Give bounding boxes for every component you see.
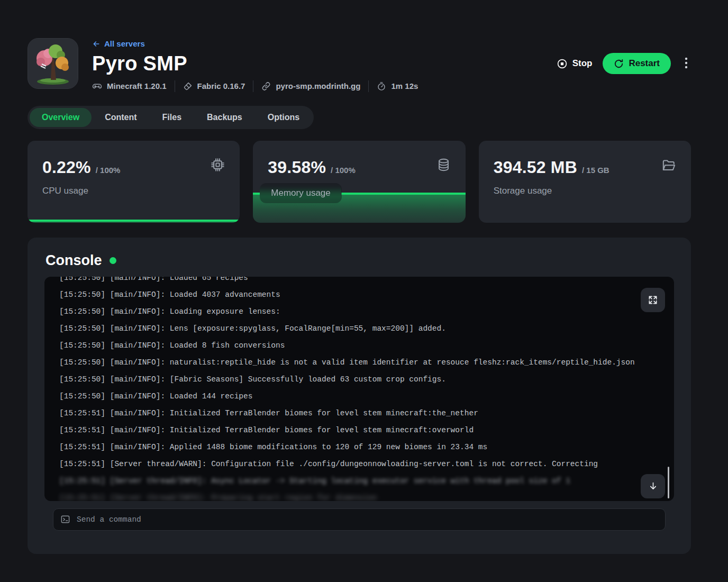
server-running-status-dot xyxy=(110,257,116,264)
arrow-left-icon xyxy=(92,40,101,48)
memory-usage-label: Memory usage xyxy=(260,183,341,203)
cpu-usage-max: / 100% xyxy=(96,166,121,175)
scroll-to-bottom-button[interactable] xyxy=(641,474,665,498)
expand-icon xyxy=(648,295,658,305)
storage-usage-label: Storage usage xyxy=(494,186,676,196)
server-actions: Stop Restart xyxy=(557,53,691,74)
meta-loader-label: Fabric 0.16.7 xyxy=(197,81,245,90)
log-line-incoming: [15:25:51] [Server thread/INFO]: Async L… xyxy=(59,472,674,489)
console-log-viewport[interactable]: [15:25:50] [main/INFO]: Loaded 65 recipe… xyxy=(44,277,674,501)
kebab-menu-icon xyxy=(685,57,688,69)
storage-usage-max: / 15 GB xyxy=(582,166,609,175)
log-line: [15:25:50] [main/INFO]: Loaded 144 recip… xyxy=(59,388,674,405)
log-line: [15:25:50] [main/INFO]: Lens [exposure:s… xyxy=(59,320,674,337)
log-line: [15:25:51] [Server thread/WARN]: Configu… xyxy=(59,456,674,472)
folder-open-icon xyxy=(661,158,676,175)
stop-icon xyxy=(557,58,568,69)
loader-icon xyxy=(183,81,193,91)
terminal-icon xyxy=(60,514,70,524)
meta-game-version: Minecraft 1.20.1 xyxy=(92,81,167,91)
log-line: [15:25:50] [main/INFO]: naturalist:repti… xyxy=(59,354,674,371)
log-line: [15:25:51] [main/INFO]: Applied 1488 bio… xyxy=(59,439,674,456)
meta-loader: Fabric 0.16.7 xyxy=(183,81,245,91)
seasonal-tree-image xyxy=(28,39,78,88)
restart-button[interactable]: Restart xyxy=(603,53,671,74)
stat-cards: 0.22% / 100% CPU usage 39.58% / 100% Mem… xyxy=(28,141,691,223)
tab-files[interactable]: Files xyxy=(150,108,194,127)
link-icon xyxy=(261,81,271,91)
stop-button-label: Stop xyxy=(572,58,593,69)
tab-bar: Overview Content Files Backups Options xyxy=(28,106,314,129)
database-icon xyxy=(436,158,451,174)
page: All servers Pyro SMP Minecraft 1.20.1 Fa… xyxy=(28,38,691,554)
meta-separator xyxy=(253,80,253,92)
tab-overview[interactable]: Overview xyxy=(30,108,92,127)
storage-usage-value: 394.52 MB xyxy=(494,158,577,177)
log-line: [15:25:50] [main/INFO]: Loaded 4037 adva… xyxy=(59,286,674,303)
cpu-usage-graph-fill xyxy=(28,220,240,223)
all-servers-link[interactable]: All servers xyxy=(92,39,145,48)
server-meta-row: Minecraft 1.20.1 Fabric 0.16.7 pyro-smp.… xyxy=(92,80,418,92)
cpu-usage-card: 0.22% / 100% CPU usage xyxy=(28,141,240,223)
cpu-icon xyxy=(211,158,225,174)
gamepad-icon xyxy=(92,81,102,91)
server-title: Pyro SMP xyxy=(92,52,418,75)
storage-usage-card: 394.52 MB / 15 GB Storage usage xyxy=(479,141,691,223)
tab-backups[interactable]: Backups xyxy=(195,108,254,127)
command-input-container xyxy=(53,508,666,531)
stop-button[interactable]: Stop xyxy=(557,58,593,69)
meta-uptime: 1m 12s xyxy=(377,81,418,91)
meta-uptime-label: 1m 12s xyxy=(391,81,418,90)
expand-console-button[interactable] xyxy=(641,288,665,312)
cpu-usage-value: 0.22% xyxy=(42,158,91,177)
log-line: [15:25:50] [main/INFO]: Loading exposure… xyxy=(59,303,674,320)
tab-content[interactable]: Content xyxy=(93,108,149,127)
memory-usage-max: / 100% xyxy=(331,166,356,175)
meta-separator xyxy=(175,80,175,92)
log-line: [15:25:51] [main/INFO]: Initialized Terr… xyxy=(59,405,674,422)
command-input[interactable] xyxy=(77,515,658,524)
memory-usage-value: 39.58% xyxy=(268,158,326,177)
log-line: [15:25:50] [main/INFO]: Loaded 65 recipe… xyxy=(59,277,674,286)
meta-separator xyxy=(368,80,369,92)
cpu-usage-label: CPU usage xyxy=(42,186,225,196)
console-scrollbar-thumb[interactable] xyxy=(668,467,669,498)
log-line: [15:25:50] [main/INFO]: [Fabric Seasons]… xyxy=(59,371,674,388)
server-header: All servers Pyro SMP Minecraft 1.20.1 Fa… xyxy=(28,38,691,92)
more-options-button[interactable] xyxy=(681,54,691,73)
console-panel: Console [15:25:50] [main/INFO]: Loaded 6… xyxy=(28,238,691,554)
restart-button-label: Restart xyxy=(629,58,660,69)
meta-game-version-label: Minecraft 1.20.1 xyxy=(107,81,167,90)
log-line: [15:25:51] [main/INFO]: Initialized Terr… xyxy=(59,422,674,439)
meta-server-address[interactable]: pyro-smp.modrinth.gg xyxy=(261,81,360,91)
restart-icon xyxy=(614,59,624,69)
arrow-down-icon xyxy=(648,481,658,491)
server-head-info: All servers Pyro SMP Minecraft 1.20.1 Fa… xyxy=(92,38,418,92)
meta-server-address-label: pyro-smp.modrinth.gg xyxy=(276,81,360,90)
memory-usage-card: 39.58% / 100% Memory usage xyxy=(253,141,465,223)
timer-icon xyxy=(377,81,386,91)
log-line: [15:25:50] [main/INFO]: Loaded 8 fish co… xyxy=(59,337,674,354)
tab-options[interactable]: Options xyxy=(256,108,312,127)
server-avatar xyxy=(28,38,78,89)
console-log-lines: [15:25:50] [main/INFO]: Loaded 65 recipe… xyxy=(59,277,674,501)
all-servers-label: All servers xyxy=(104,39,145,48)
log-line-incoming: [15:25:51] [Server thread/INFO]: Prepari… xyxy=(59,489,674,501)
console-title: Console xyxy=(46,252,102,269)
